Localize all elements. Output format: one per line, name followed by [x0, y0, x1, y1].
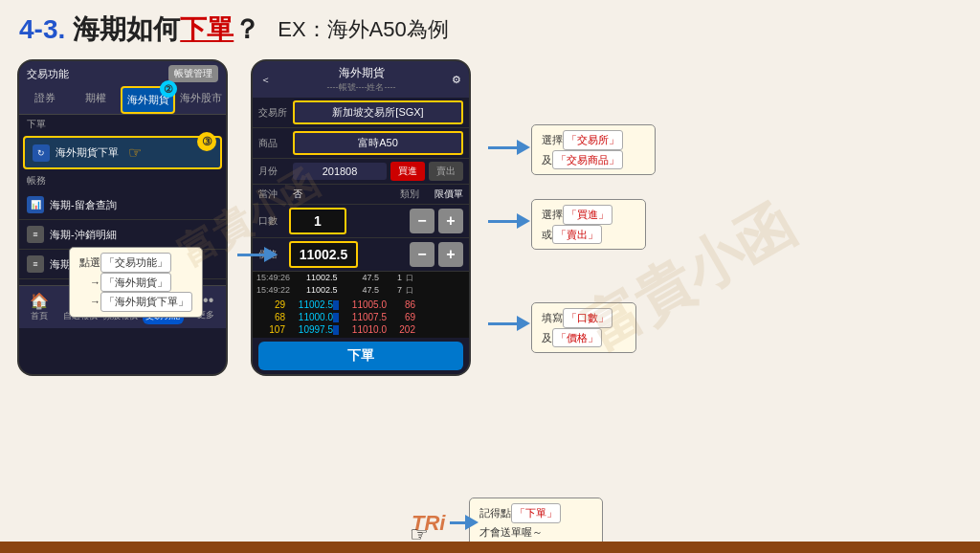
header: 4-3. 海期如何下單？ EX：海外A50為例 — [0, 0, 980, 55]
refresh-icon: ↻ — [33, 144, 50, 162]
exchange-label: 交易所 — [258, 106, 289, 120]
price-row: 價格 11002.5 − + — [253, 238, 469, 272]
arrow-buysell — [488, 213, 530, 229]
settings-icon[interactable]: ⚙ — [452, 74, 461, 86]
price-plus-btn[interactable]: + — [438, 242, 463, 267]
quote-overseas: 「海外期貨」 — [100, 273, 171, 293]
position-icon: 📊 — [27, 196, 44, 213]
menu-label-open: 海期-留倉查詢 — [50, 198, 117, 212]
header-title: 海期如何下單？ — [73, 11, 260, 48]
menu-label-day: 海期-沖銷明細 — [50, 228, 117, 242]
quote-price: 「價格」 — [552, 328, 602, 348]
left-phone: 交易功能 帳號管理 證券 期權 海外期貨 ② 海外股市 下單 ↻ 海外期貨下單 … — [17, 59, 228, 376]
ob-row-3: 107 10997.5 11010.0 202 — [256, 323, 465, 336]
explain-buysell: 選擇「買進」 或「賣出」 — [531, 199, 646, 250]
back-btn[interactable]: ＜ — [260, 73, 271, 87]
explain-qty: 填寫「口數」 及「價格」 — [531, 302, 636, 353]
badge-3: ③ — [197, 132, 216, 151]
tab-bar: 證券 期權 海外期貨 ② 海外股市 — [19, 86, 226, 115]
quote-product: 「交易商品」 — [552, 150, 623, 170]
tab-overseas-futures[interactable]: 海外期貨 ② — [121, 86, 175, 114]
buy-button[interactable]: 買進 — [390, 162, 425, 181]
type-value[interactable]: 限價單 — [434, 188, 463, 201]
explain-exchange: 選擇「交易所」 及「交易商品」 — [531, 124, 656, 175]
right-title: 海外期貨 — [271, 65, 452, 81]
right-subtitle: ----帳號----姓名---- — [271, 81, 452, 94]
price-minus-btn[interactable]: − — [410, 242, 434, 267]
menu-day-trade[interactable]: ≡ 海期-沖銷明細 — [19, 220, 226, 250]
menu-overseas-futures-order[interactable]: ↻ 海外期貨下單 ☞ ③ — [23, 136, 222, 169]
hand-cursor-icon: ☞ — [128, 144, 142, 162]
trade-row-1: 15:49:26 11002.5 47.5 1 口 — [253, 272, 469, 284]
bottom-strip — [0, 542, 980, 553]
quote-trading: 「交易功能」 — [100, 253, 171, 273]
tab-options[interactable]: 期權 — [70, 86, 121, 114]
center-arrow — [237, 247, 278, 262]
quote-order: 「海外期貨下單」 — [100, 292, 192, 312]
exchange-value[interactable]: 新加坡交易所[SGX] — [293, 100, 463, 124]
tab-overseas-stocks[interactable]: 海外股市 — [175, 86, 226, 114]
quote-sell: 「賣出」 — [552, 225, 602, 245]
arrow-exchange — [488, 140, 530, 155]
sell-button[interactable]: 賣出 — [429, 162, 463, 181]
home-icon: 🏠 — [21, 292, 57, 310]
trade-row-2: 15:49:22 11002.5 47.5 7 口 — [253, 284, 469, 297]
type-label: 類別 — [400, 188, 419, 201]
exchange-row: 交易所 新加坡交易所[SGX] — [253, 98, 469, 128]
qty-label: 口數 — [258, 214, 285, 228]
header-bold: 下單 — [180, 14, 234, 44]
month-value[interactable]: 201808 — [293, 163, 387, 180]
month-label: 月份 — [258, 165, 289, 178]
qty-input[interactable]: 1 — [289, 208, 346, 234]
product-label: 商品 — [258, 137, 289, 150]
menu-open-position[interactable]: 📊 海期-留倉查詢 — [19, 190, 226, 220]
arrow-submit — [450, 515, 479, 530]
qty-minus-btn[interactable]: − — [410, 209, 434, 233]
flush-value[interactable]: 否 — [293, 188, 302, 201]
account-btn[interactable]: 帳號管理 — [168, 65, 218, 82]
left-phone-topbar: 交易功能 帳號管理 — [19, 61, 226, 86]
quote-exchange: 「交易所」 — [563, 130, 623, 150]
ob-row-1: 29 11002.5 11005.0 86 — [256, 299, 465, 311]
equity-icon: ≡ — [27, 255, 44, 273]
header-number: 4-3. — [19, 14, 65, 45]
product-value[interactable]: 富時A50 — [293, 131, 463, 155]
trade-table: 15:49:26 11002.5 47.5 1 口 15:49:22 11002… — [253, 272, 469, 297]
product-row: 商品 富時A50 — [253, 128, 469, 159]
submit-button[interactable]: 下單 — [258, 342, 463, 370]
quote-qty: 「口數」 — [563, 308, 612, 328]
flush-row: 當沖 否 類別 限價單 — [253, 185, 469, 205]
section-order: 下單 — [19, 115, 226, 134]
explain-left-text: 點選「交易功能」 →「海外期貨」 →「海外期貨下單」 — [79, 253, 192, 312]
tab-securities[interactable]: 證券 — [19, 86, 70, 114]
section-account: 帳務 — [19, 171, 226, 190]
submit-row: 下單 — [253, 338, 469, 374]
order-book: 29 11002.5 11005.0 86 68 11000.0 11007.5… — [253, 297, 469, 338]
price-input[interactable]: 11002.5 — [289, 241, 358, 268]
explain-left: 點選「交易功能」 →「海外期貨」 →「海外期貨下單」 — [69, 247, 203, 318]
arrow-qty — [488, 316, 530, 331]
badge-2: ② — [160, 80, 177, 98]
qty-row: 口數 1 − + — [253, 205, 469, 238]
ob-row-2: 68 11000.0 11007.5 69 — [256, 311, 465, 323]
menu-label-futures-order: 海外期貨下單 — [56, 145, 119, 160]
month-row: 月份 201808 買進 賣出 — [253, 159, 469, 185]
quote-buy: 「買進」 — [563, 205, 612, 225]
nav-home[interactable]: 🏠首頁 — [19, 290, 59, 324]
header-example: EX：海外A50為例 — [278, 15, 449, 44]
doc-icon: ≡ — [27, 226, 44, 243]
qty-plus-btn[interactable]: + — [438, 209, 463, 233]
flush-label: 當沖 — [258, 188, 278, 201]
quote-submit: 「下單」 — [511, 503, 561, 523]
explain-submit: 記得點「下單」 才會送單喔～ — [469, 498, 603, 546]
hand-submit-icon: ☞ — [410, 522, 429, 547]
right-phone-header: ＜ 海外期貨 ----帳號----姓名---- ⚙ — [253, 61, 469, 98]
left-phone-title: 交易功能 — [27, 67, 69, 81]
right-phone: ＜ 海外期貨 ----帳號----姓名---- ⚙ 交易所 新加坡交易所[SGX… — [251, 59, 471, 376]
